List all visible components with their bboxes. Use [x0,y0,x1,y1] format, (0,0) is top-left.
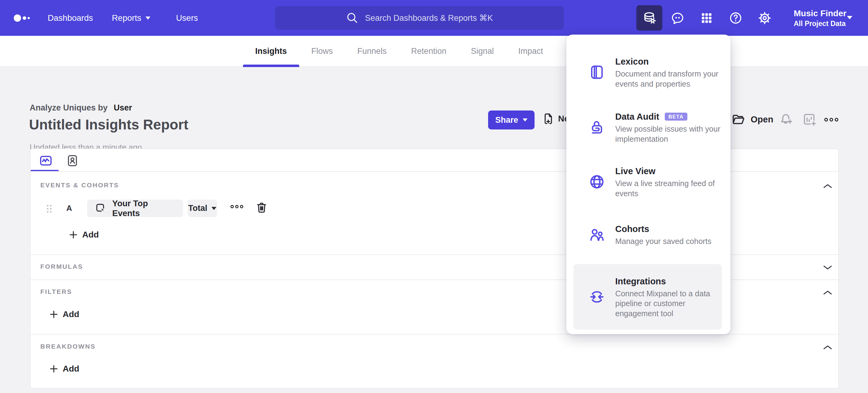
document-plus-icon [541,112,555,125]
nav-item-users[interactable]: Users [176,0,198,36]
event-selector-button[interactable]: Your Top Events [87,200,183,217]
project-scope: All Project Data [794,19,847,28]
report-title[interactable]: Untitled Insights Report [29,116,188,133]
menu-item-data-audit[interactable]: Data Audit BETA View possible issues wit… [574,100,722,155]
project-name: Music Finder [794,8,847,19]
report-more-actions-button[interactable] [824,117,839,122]
chevron-down-icon [146,17,150,20]
collapse-events-button[interactable] [823,183,833,189]
menu-item-title: Data Audit [615,111,659,122]
chevron-down-icon [823,265,833,270]
book-icon [589,64,605,80]
tab-retention[interactable]: Retention [399,36,459,66]
nav-item-dashboards[interactable]: Dashboards [48,0,93,36]
chevron-up-icon [823,345,833,350]
help-button[interactable] [725,0,746,36]
event-click-icon [95,202,107,215]
open-report-button[interactable]: Open [731,112,773,127]
database-gear-icon [642,11,657,25]
menu-item-description: Document and transform your events and p… [615,69,722,89]
add-label: Add [63,309,79,319]
tab-insights[interactable]: Insights [243,36,299,66]
analyze-entity-selector[interactable]: User [114,103,132,113]
share-button[interactable]: Share [488,111,534,130]
expand-formulas-button[interactable] [823,265,833,270]
settings-button[interactable] [754,0,775,36]
tab-user-profiles[interactable] [66,153,79,168]
top-nav: Dashboards Reports Users Search Dashboar… [0,0,868,36]
drag-handle[interactable] [46,204,53,213]
profile-card-icon [66,153,79,168]
sync-arrows-icon [589,289,605,305]
plus-icon [49,310,58,319]
beta-badge: BETA [665,113,687,121]
menu-item-title: Integrations [615,276,666,287]
metric-selector-button[interactable]: Total [188,200,217,217]
section-formulas-label: FORMULAS [40,263,83,270]
menu-item-text: Integrations Connect Mixpanel to a data … [615,276,722,319]
mixpanel-logo-icon[interactable] [13,13,32,23]
menu-item-description: View a live streaming feed of events [615,178,722,198]
nav-item-label: Users [176,13,198,23]
global-search-input[interactable]: Search Dashboards & Reports ⌘K [275,6,564,30]
add-breakdown-button[interactable]: Add [49,360,79,377]
collapse-breakdowns-button[interactable] [823,345,833,350]
activity-chart-icon [38,154,53,167]
add-filter-button[interactable]: Add [49,306,79,323]
feedback-button[interactable] [667,0,688,36]
menu-item-description: Manage your saved cohorts [615,236,722,246]
analyze-prefix: Analyze Uniques by [30,103,107,113]
add-label: Add [82,230,99,240]
tab-impact[interactable]: Impact [506,36,555,66]
analyze-by-row: Analyze Uniques by User [30,103,132,113]
menu-item-lexicon[interactable]: Lexicon Document and transform your even… [574,45,722,100]
data-management-menu: Lexicon Document and transform your even… [566,35,731,334]
project-switcher[interactable]: Music Finder All Project Data [794,8,847,28]
collapse-filters-button[interactable] [823,290,833,296]
report-tabs: Insights Flows Funnels Retention Signal … [243,36,555,66]
nav-item-label: Reports [112,13,141,23]
menu-item-title: Lexicon [615,56,649,67]
nav-item-reports[interactable]: Reports [112,0,150,36]
globe-icon [589,174,605,190]
data-management-button[interactable] [636,5,662,31]
open-label: Open [751,114,773,124]
tab-flows[interactable]: Flows [299,36,345,66]
help-icon [728,11,743,25]
menu-item-description: View possible issues with your implement… [615,124,722,144]
section-breakdowns-label: BREAKDOWNS [40,343,96,350]
add-to-dashboard-button[interactable] [802,112,817,127]
plus-icon [69,230,78,240]
menu-item-title: Live View [615,165,656,177]
menu-item-title: Cohorts [615,223,649,235]
event-row-letter: A [66,203,72,213]
event-row-more-button[interactable] [230,204,244,209]
apps-grid-button[interactable] [696,0,717,36]
chevron-down-icon [212,207,216,210]
add-event-button[interactable]: Add [69,226,99,243]
menu-item-integrations[interactable]: Integrations Connect Mixpanel to a data … [574,264,722,330]
menu-item-text: Cohorts Manage your saved cohorts [615,223,722,246]
create-alert-button[interactable] [779,112,794,127]
chevron-up-icon [823,290,833,296]
menu-item-text: Data Audit BETA View possible issues wit… [615,111,722,144]
menu-item-live-view[interactable]: Live View View a live streaming feed of … [574,155,722,209]
apps-grid-icon [700,11,713,25]
section-events-label: EVENTS & COHORTS [40,181,119,189]
chevron-down-icon [523,118,528,121]
plus-icon [49,364,58,373]
tab-signal[interactable]: Signal [459,36,506,66]
feedback-bubble-icon [671,11,685,25]
settings-gear-icon [758,11,772,25]
tab-funnels[interactable]: Funnels [345,36,399,66]
menu-item-cohorts[interactable]: Cohorts Manage your saved cohorts [574,209,722,260]
tab-metrics[interactable] [38,154,53,167]
nav-item-label: Dashboards [48,13,93,23]
bell-plus-icon [779,112,794,127]
delete-event-button[interactable] [255,200,268,215]
project-chevron-down-icon [847,16,852,19]
chevron-up-icon [823,183,833,189]
chart-plus-icon [802,112,817,127]
folder-open-icon [731,112,746,127]
cohorts-users-icon [589,227,605,243]
